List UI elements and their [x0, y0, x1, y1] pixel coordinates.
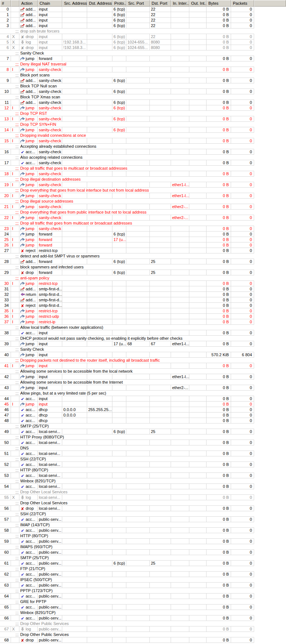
rule-row[interactable]: 54✔acc...local-servi...0 B0	[0, 484, 254, 489]
comment-row[interactable]: ;;;Drop TCP RST	[0, 111, 254, 116]
rule-row[interactable]: 29✘dropforward6 (tcp)250 B0	[0, 270, 254, 275]
rule-row[interactable]: 53✔acc...local-servi...0 B0	[0, 473, 254, 478]
rule-row[interactable]: 40jumpinput570.2 KiB6 804	[0, 352, 254, 358]
column-header-dst-port[interactable]: Dst. Port	[150, 0, 171, 7]
rule-row[interactable]: 19Ijumpsanity-checkether1-l...0 B0	[0, 182, 254, 188]
rule-row[interactable]: 63✔acc...public-serv...0 B0	[0, 583, 254, 588]
comment-row[interactable]: ;;;PPTP (1723/TCP)	[0, 588, 254, 594]
rule-row[interactable]: 24jumpforward6 (tcp)0 B0	[0, 231, 254, 237]
rule-row[interactable]: 49✔acc...local-servi...6 (tcp)250 B0	[0, 429, 254, 434]
comment-row[interactable]: ;;;IMAP (143/TCP)	[0, 522, 254, 528]
rule-row[interactable]: 47✔acc...dhcp0.0.0.00 B0	[0, 413, 254, 418]
rule-row[interactable]: 35Ijumprestrict-tcp0 B0	[0, 308, 254, 314]
rule-row[interactable]: 10add...sanity-check6 (tcp)0 B0	[0, 89, 254, 94]
rule-row[interactable]: 2add...input6 (tcp)220 B0	[0, 18, 254, 23]
rule-row[interactable]: 15Ijumpsanity-check0 B0	[0, 138, 254, 144]
rule-row[interactable]: 66✔acc...public-serv...0 B0	[0, 615, 254, 621]
comment-row[interactable]: ;;;Block TCP Xmas scan	[0, 94, 254, 100]
rule-row[interactable]: 58✔acc...public-serv...0 B0	[0, 528, 254, 533]
rule-row[interactable]: 27✘rejectrestrict-tcp0 B0	[0, 248, 254, 253]
rule-row[interactable]: 43jumpinputether2-...0 B0	[0, 385, 254, 391]
comment-row[interactable]: ;;;Accepting already established connect…	[0, 144, 254, 149]
rule-row[interactable]: 50✔acc...local-servi...0 B0	[0, 440, 254, 445]
rule-row[interactable]: 30Ijumprestrict-tcp0 B0	[0, 281, 254, 286]
rule-row[interactable]: 55Xloglocal-servi...0 B0	[0, 495, 254, 500]
rule-row[interactable]: 38✔acc...input0 B0	[0, 330, 254, 336]
comment-row[interactable]: ;;;SSH (22/TCP)	[0, 456, 254, 462]
column-header-src-address[interactable]: Src. Address	[62, 0, 87, 7]
comment-row[interactable]: ;;;Drop Other Public Services	[0, 632, 254, 637]
comment-row[interactable]: ;;;IPSEC (500/TCP)	[0, 577, 254, 583]
rule-row[interactable]: 23Ijumpsanity-check0 B0	[0, 226, 254, 231]
comment-row[interactable]: ;;;SMTP (25/TCP)	[0, 555, 254, 561]
rule-row[interactable]: 48✔acc...dhcp0 B0	[0, 418, 254, 423]
rule-row[interactable]: 9add...sanity-check6 (tcp)0 B0	[0, 78, 254, 83]
rule-row[interactable]: 45Ijumpinput0 B0	[0, 402, 254, 407]
comment-row[interactable]: ;;;DNS	[0, 445, 254, 451]
comment-row[interactable]: ;;;Dropping packets not destined to the …	[0, 358, 254, 363]
column-header-dst-address[interactable]: Dst. Address	[87, 0, 112, 7]
rule-row[interactable]: 28add...forward6 (tcp)250 B0	[0, 259, 254, 264]
rule-row[interactable]: 13Ijumpsanity-check6 (tcp)0 B0	[0, 116, 254, 122]
rule-row[interactable]: 59✔acc...public-serv...0 B0	[0, 539, 254, 544]
comment-row[interactable]: ;;;Winbox (8291/TCP)	[0, 478, 254, 484]
comment-row[interactable]: ;;;Drop illegal source addresses	[0, 199, 254, 204]
column-header-chain[interactable]: Chain	[38, 0, 62, 7]
rule-row[interactable]: 52✔acc...local-servi...0 B0	[0, 462, 254, 467]
rule-row[interactable]: 21Ijumpsanity-checkether2-...0 B0	[0, 204, 254, 210]
comment-row[interactable]: ;;;Winbox (8291/TCP)	[0, 610, 254, 615]
comment-row[interactable]: ;;;Drop all traffic that goes from multi…	[0, 221, 254, 226]
comment-row[interactable]: ;;;HTTP (80/TCP)	[0, 533, 254, 539]
comment-row[interactable]: ;;;Drop everything that goes from public…	[0, 210, 254, 215]
rule-row[interactable]: 51✔acc...local-servi...0 B0	[0, 451, 254, 456]
rule-row[interactable]: 61✔acc...public-serv...6 (tcp)250 B0	[0, 561, 254, 566]
comment-row[interactable]: ;;;GRE for PPTP	[0, 599, 254, 605]
comment-row[interactable]: ;;;Allow local traffic (between router a…	[0, 325, 254, 330]
comment-row[interactable]: ;;;Dropping invalid connections at once	[0, 133, 254, 138]
column-header-action[interactable]: Action	[19, 0, 38, 7]
comment-row[interactable]: ;;;Drop illegal destination addresses	[0, 177, 254, 182]
column-header-src-port[interactable]: Src. Port	[126, 0, 150, 7]
rule-row[interactable]: 67Xlogpublic-serv...0 B0	[0, 626, 254, 632]
rule-row[interactable]: 17✔acc...sanity-check0 B0	[0, 160, 254, 166]
comment-row[interactable]: ;;;Allowing some services to be accessib…	[0, 380, 254, 385]
rule-row[interactable]: 16✔acc...sanity-check0 B0	[0, 149, 254, 155]
rule-row[interactable]: 22Ijumpsanity-checkether2-...0 B0	[0, 215, 254, 221]
comment-row[interactable]: ;;;Sanity Check	[0, 50, 254, 56]
column-header-in-inter[interactable]: In. Inter...	[171, 0, 189, 7]
comment-row[interactable]: ;;;Drop everything that goes from local …	[0, 188, 254, 193]
rule-row[interactable]: 6X✘dropinput!192.168.3...6 (tcp)1024-655…	[0, 45, 254, 50]
rule-row[interactable]: 4X✘dropinput6 (tcp)220 B0	[0, 34, 254, 39]
comment-row[interactable]: ;;;block spammers and infected users	[0, 264, 254, 270]
column-header-bytes[interactable]: Bytes	[207, 0, 231, 7]
column-header-packets[interactable]: Packets	[231, 0, 254, 7]
rule-row[interactable]: 14Ijumpsanity-check6 (tcp)0 B0	[0, 127, 254, 133]
rule-row[interactable]: 20Ijumpsanity-checkether1-l...0 B0	[0, 193, 254, 199]
comment-row[interactable]: ;;;Drop Other Public Services	[0, 621, 254, 626]
comment-row[interactable]: ;;;IMAPS (993/TCP)	[0, 544, 254, 550]
comment-row[interactable]: ;;;Allow pings, but at a very limited ra…	[0, 391, 254, 396]
column-header-flags[interactable]	[11, 0, 19, 7]
rule-row[interactable]: 44✔acc...input0 B0	[0, 396, 254, 402]
rule-row[interactable]: 33add...smtp-first-d...0 B0	[0, 297, 254, 303]
rule-row[interactable]: 57✔acc...public-serv...0 B0	[0, 517, 254, 522]
rule-row[interactable]: 60✔acc...public-serv...0 B0	[0, 550, 254, 555]
rule-row[interactable]: 31add...smtp-first-d...0 B0	[0, 286, 254, 292]
rule-row[interactable]: 1add...input6 (tcp)220 B0	[0, 12, 254, 18]
rule-row[interactable]: 5Xloginput!192.168.3...6 (tcp)1024-655..…	[0, 39, 254, 45]
rule-row[interactable]: 36Ijumprestrict-udp0 B0	[0, 314, 254, 319]
comment-row[interactable]: ;;;Also accepting related connections	[0, 155, 254, 160]
comment-row[interactable]: ;;;drop ssh brute forcers	[0, 29, 254, 34]
rule-row[interactable]: 65✔acc...public-serv...0 B0	[0, 605, 254, 610]
comment-row[interactable]: ;;;Deny illegal NAT traversal	[0, 61, 254, 67]
rule-row[interactable]: 46✔acc...dhcp0.0.0.0255.255.25...0 B0	[0, 407, 254, 413]
rule-row[interactable]: 18Ijumpsanity-check0 B0	[0, 171, 254, 177]
rule-row[interactable]: 41Ijumpinput0 B0	[0, 363, 254, 369]
rule-row[interactable]: 56✘droplocal-servi...0 B0	[0, 506, 254, 511]
column-header-#[interactable]: #	[0, 0, 11, 7]
comment-row[interactable]: ;;;Drop Other Local Services	[0, 500, 254, 506]
rule-row[interactable]: 37Ijumprestrict-ip0 B0	[0, 319, 254, 325]
rule-row[interactable]: 8Ijumpsanity-check0 B0	[0, 67, 254, 72]
rule-row[interactable]: 11add...sanity-check6 (tcp)0 B0	[0, 100, 254, 105]
comment-row[interactable]: ;;;DHCP protocol would not pass sanity c…	[0, 336, 254, 341]
